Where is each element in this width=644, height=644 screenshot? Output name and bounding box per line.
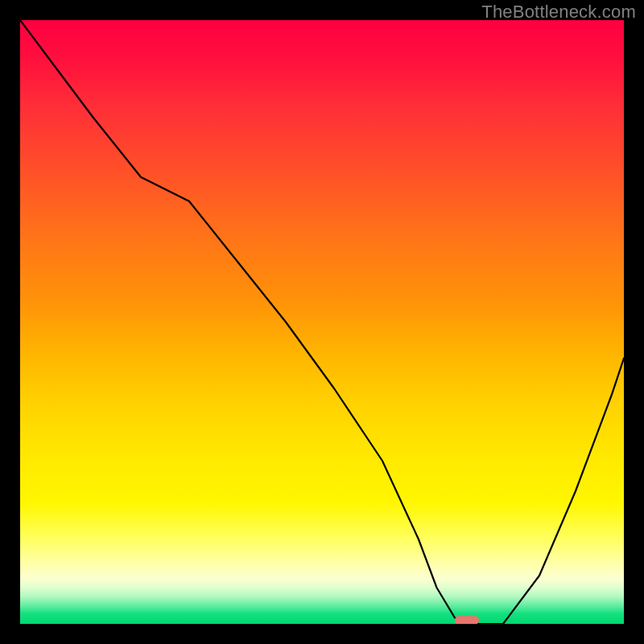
optimal-point-marker (455, 616, 479, 624)
chart-svg (20, 20, 624, 624)
watermark-text: TheBottleneck.com (481, 2, 636, 23)
bottleneck-curve (20, 20, 624, 624)
chart-frame: TheBottleneck.com (0, 0, 644, 644)
plot-area (20, 20, 624, 624)
